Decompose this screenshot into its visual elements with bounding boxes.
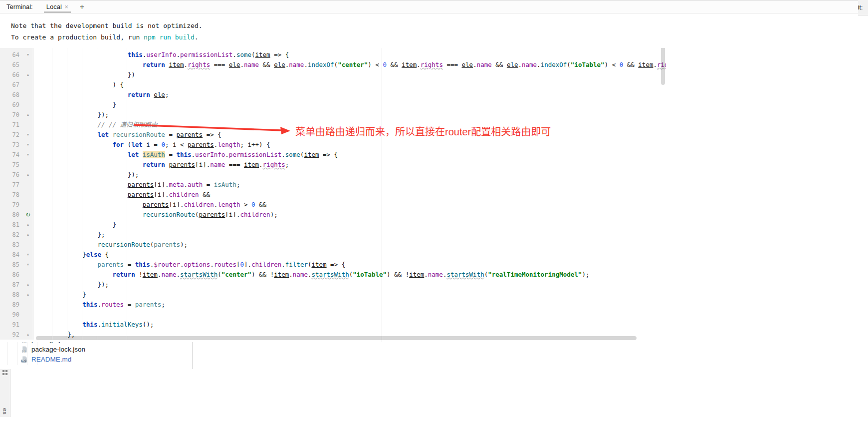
code-token: ]. <box>244 261 251 268</box>
code-line[interactable]: 77 parents[i].meta.auth = isAuth; <box>0 180 666 190</box>
line-number: 88 <box>0 290 23 300</box>
code-line[interactable]: 70▴ }); <box>0 110 666 120</box>
code-line[interactable]: 80↻ recursionRoute(parents[i].children); <box>0 210 666 220</box>
code-token: [ <box>154 191 158 198</box>
code-line[interactable]: 82▴ }; <box>0 230 666 240</box>
code-token: options <box>184 261 211 268</box>
tree-row[interactable]: MDREADME.md <box>0 354 192 364</box>
tree-row[interactable]: {..}package-lock.json <box>0 344 192 354</box>
code-token: }); <box>97 281 109 288</box>
code-line[interactable]: 88▴ } <box>0 290 666 300</box>
code-token: "ioTable" <box>353 271 387 278</box>
fold-open-icon[interactable]: ▾ <box>23 260 33 270</box>
code-line[interactable]: 72▾ let recursionRoute = parents => { <box>0 130 666 140</box>
code-line[interactable]: 90 <box>0 310 666 320</box>
code-token: let <box>128 151 143 158</box>
fold-close-icon[interactable]: ▴ <box>23 110 33 120</box>
fold-close-icon[interactable]: ▴ <box>23 70 33 80</box>
code-token: && <box>492 61 507 68</box>
code-line[interactable]: 87▴ }); <box>0 280 666 290</box>
code-token: ]. <box>176 201 184 208</box>
fold-close-icon[interactable]: ▴ <box>23 230 33 240</box>
code-token: 0 <box>383 61 387 68</box>
code-token: }; <box>97 231 105 238</box>
new-terminal-icon[interactable]: + <box>80 2 84 11</box>
line-number: 73 <box>0 140 23 150</box>
code-token: . <box>473 61 477 68</box>
code-line[interactable]: 73▾ for (let i = 0; i < parents.length; … <box>0 140 666 150</box>
terminal-tab-local[interactable]: Local × <box>45 0 70 13</box>
tree-item-label: package-lock.json <box>31 346 85 353</box>
code-token: ++) { <box>251 141 270 148</box>
code-token: "center" <box>221 271 251 278</box>
code-line[interactable]: 76▴ }); <box>0 170 666 180</box>
code-token: ); <box>270 211 278 218</box>
line-number: 66 <box>0 70 23 80</box>
fold-close-icon[interactable]: ▴ <box>23 330 33 340</box>
code-token: i <box>146 141 150 148</box>
code-line[interactable]: 85▾ parents = this.$router.options.route… <box>0 260 666 270</box>
code-line[interactable]: 67 ) { <box>0 80 666 90</box>
code-line[interactable]: 64▾ this.userInfo.permissionList.some(it… <box>0 50 666 60</box>
recursive-call-icon: ↻ <box>23 210 33 220</box>
fold-open-icon[interactable]: ▾ <box>23 150 33 160</box>
fold-open-icon[interactable]: ▾ <box>23 140 33 150</box>
code-line[interactable]: 84▾ }else { <box>0 250 666 260</box>
code-line[interactable]: 65 return item.rights === ele.name && el… <box>0 60 666 70</box>
code-line[interactable]: 86 return !item.name.startsWith("center"… <box>0 270 666 280</box>
code-line[interactable]: 75 return parents[i].name === item.right… <box>0 160 666 170</box>
fold-open-icon[interactable]: ▾ <box>23 130 33 140</box>
code-token: item <box>255 51 270 58</box>
fold-close-icon[interactable]: ▴ <box>23 280 33 290</box>
code-line[interactable]: 89 this.routes = parents; <box>0 300 666 310</box>
fold-close-icon[interactable]: ▴ <box>23 290 33 300</box>
code-token: name <box>244 61 259 68</box>
code-line[interactable]: 71 // // 递归权限路由 <box>0 120 666 130</box>
line-number: 81 <box>0 220 23 230</box>
code-editor[interactable]: 59▾ setRoute() {60 let parents = [];61▾ … <box>0 0 666 342</box>
code-text <box>33 310 37 320</box>
line-number: 75 <box>0 160 23 170</box>
code-line[interactable]: 83 recursionRoute(parents); <box>0 240 666 250</box>
line-number: 76 <box>0 170 23 180</box>
fold-close-icon[interactable]: ▴ <box>23 170 33 180</box>
code-line[interactable]: 69 } <box>0 100 666 110</box>
code-token: routes <box>101 301 124 308</box>
code-line[interactable]: 91 this.initialKeys(); <box>0 320 666 330</box>
code-text: return parents[i].name === item.rights; <box>33 160 289 170</box>
code-token: . <box>210 261 214 268</box>
terminal-line: To create a production build, run npm ru… <box>11 31 858 43</box>
code-line[interactable]: 74▾ let isAuth = this.userInfo.permissio… <box>0 150 666 160</box>
code-token: ele <box>507 61 518 68</box>
fold-spacer <box>23 300 33 310</box>
code-token: this <box>135 261 150 268</box>
horizontal-scrollbar[interactable] <box>36 336 637 340</box>
structure-tool-icon <box>2 370 8 376</box>
code-token: ele <box>274 61 285 68</box>
code-line[interactable]: 68 return ele; <box>0 90 666 100</box>
line-number: 90 <box>0 310 23 320</box>
code-token: name <box>293 271 308 278</box>
code-line[interactable]: 81▴ } <box>0 220 666 230</box>
fold-close-icon[interactable]: ▴ <box>23 220 33 230</box>
code-token: filter <box>285 261 308 268</box>
code-token: . <box>289 271 293 278</box>
fold-spacer <box>23 180 33 190</box>
sidebar-item-cut-label[interactable]: es <box>0 406 9 417</box>
code-token: . <box>232 51 236 58</box>
code-line[interactable]: 79 parents[i].children.length > 0 && <box>0 200 666 210</box>
line-number: 80 <box>0 210 23 220</box>
code-token: . <box>97 321 101 328</box>
code-line[interactable]: 66▴ }) <box>0 70 666 80</box>
close-icon[interactable]: × <box>65 3 68 10</box>
fold-open-icon[interactable]: ▾ <box>23 250 33 260</box>
line-number: 86 <box>0 270 23 280</box>
fold-open-icon[interactable]: ▾ <box>23 50 33 60</box>
code-line[interactable]: 78 parents[i].children && <box>0 190 666 200</box>
terminal-output[interactable]: Note that the development build is not o… <box>0 13 858 43</box>
code-token: ( <box>217 271 221 278</box>
recursion-glyph: ↻ <box>25 211 30 218</box>
code-token: $router <box>154 261 180 268</box>
code-token: i <box>248 141 252 148</box>
code-token: this <box>128 51 143 58</box>
